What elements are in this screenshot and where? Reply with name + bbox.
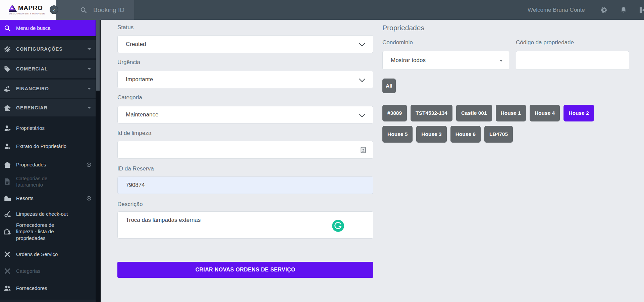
urgency-value: Importante (126, 76, 153, 83)
notifications-bell-icon[interactable] (620, 6, 627, 14)
property-chip[interactable]: #3889 (382, 105, 407, 121)
sidebar-item-proprietarios[interactable]: Proprietários (0, 119, 96, 137)
property-chip-row: #3889 TST4532-134 Castle 001 House 1 Hou… (382, 105, 594, 121)
house-icon (4, 161, 11, 168)
app-window: MAPRO DEMO PROPERTY MANAGER ‹ Welcome Br… (0, 0, 644, 302)
chevron-down-icon (88, 68, 91, 70)
expand-plus-icon[interactable] (86, 162, 92, 167)
category-label: Categoria (117, 94, 142, 101)
dropdown-arrow-icon (499, 60, 503, 62)
category-select[interactable]: Maintenance (117, 106, 373, 123)
tools-icon (4, 251, 11, 258)
chevron-down-icon (88, 88, 91, 90)
sidebar-scrollbar-track[interactable] (96, 20, 101, 302)
sidebar-scrollbar-thumb[interactable] (96, 20, 100, 91)
tag-icon (4, 65, 11, 73)
cleaning-id-label: Id de limpeza (117, 130, 151, 137)
contact-autofill-icon[interactable] (360, 146, 367, 154)
property-chip[interactable]: Castle 001 (456, 105, 492, 121)
sidebar-item-extrato-do-proprietario[interactable]: Extrato do Proprietário (0, 137, 96, 155)
chevron-down-icon (359, 111, 365, 117)
logout-icon[interactable] (638, 6, 644, 14)
description-label: Descrição (117, 201, 143, 208)
sidebar-section-configuracoes[interactable]: CONFIGURAÇÕES (0, 39, 96, 58)
sidebar-item-fornecedores-de-limpeza[interactable]: Fornecedores de limpeza - lista de propr… (0, 222, 96, 241)
property-code-input[interactable] (516, 51, 629, 69)
logo[interactable]: MAPRO DEMO PROPERTY MANAGER (0, 0, 56, 20)
user-edit-icon (4, 124, 11, 132)
house-broom-icon (4, 228, 11, 235)
chip-all[interactable]: All (382, 79, 396, 93)
properties-panel-title: Propriedades (382, 24, 424, 32)
sidebar-item-resorts[interactable]: Resorts (0, 190, 96, 207)
chevron-down-icon (88, 107, 91, 109)
cleaning-id-input[interactable] (118, 141, 373, 158)
sidebar-collapse-button[interactable]: ‹ (50, 5, 58, 14)
chevron-down-icon (359, 76, 365, 82)
sidebar-section-financeiro[interactable]: FINANCEIRO (0, 79, 96, 98)
expand-plus-icon[interactable] (86, 196, 92, 201)
booking-search (56, 0, 134, 20)
vacuum-icon (4, 210, 11, 218)
sidebar-item-menu-de-busca[interactable]: Menu de busca (0, 20, 96, 36)
resort-icon (4, 195, 11, 202)
condo-value: Mostrar todos (391, 57, 426, 64)
status-value: Created (126, 41, 146, 48)
status-select[interactable]: Created (117, 35, 373, 53)
property-chip[interactable]: House 5 (382, 126, 413, 143)
welcome-user-label[interactable]: Welcome Bruna Conte (528, 7, 585, 13)
chevron-down-icon (88, 48, 91, 50)
logo-mountain-icon (9, 5, 17, 12)
house-gear-icon (4, 104, 11, 112)
sidebar-item-propriedades[interactable]: Propriedades (0, 155, 96, 174)
users-icon (4, 285, 11, 292)
condo-label: Condominio (382, 39, 413, 46)
settings-gear-icon[interactable] (600, 6, 607, 14)
category-value: Maintenance (126, 111, 158, 118)
property-chip[interactable]: House 1 (496, 105, 526, 121)
property-chip[interactable]: House 6 (450, 126, 481, 143)
sidebar: Menu de busca CONFIGURAÇÕES COMERCIAL FI… (0, 20, 96, 302)
grammarly-icon[interactable] (332, 220, 344, 232)
search-icon (4, 24, 11, 32)
reservation-id-input[interactable]: 790874 (117, 177, 373, 194)
sidebar-item-limpezas-de-check-out[interactable]: Limpezas de check-out (0, 206, 96, 222)
collapse-chevron-icon: ‹ (53, 7, 55, 13)
hand-money-icon (4, 85, 11, 93)
property-chip-selected[interactable]: House 2 (564, 105, 594, 121)
booking-id-search-input[interactable] (93, 5, 132, 15)
sidebar-section-comercial[interactable]: COMERCIAL (0, 59, 96, 78)
gear-icon (4, 46, 11, 53)
sidebar-item-ordens-de-servico[interactable]: Ordens de Serviço (0, 245, 96, 263)
search-icon (80, 6, 87, 14)
tools-icon (4, 267, 11, 275)
property-chip[interactable]: House 4 (530, 105, 560, 121)
property-code-label: Código da propriedade (516, 39, 574, 46)
sidebar-item-categorias: Categorias (0, 263, 96, 280)
status-label: Status (117, 24, 133, 31)
urgency-select[interactable]: Importante (117, 71, 373, 88)
user-star-icon (4, 143, 11, 150)
logo-subtitle: DEMO PROPERTY MANAGER (9, 12, 45, 15)
sidebar-divider (0, 300, 96, 302)
logo-title: MAPRO (18, 4, 43, 12)
reservation-id-value: 790874 (126, 182, 145, 189)
top-bar: MAPRO DEMO PROPERTY MANAGER ‹ Welcome Br… (0, 0, 644, 20)
condo-select[interactable]: Mostrar todos (382, 51, 510, 70)
property-chip[interactable]: House 3 (416, 126, 446, 143)
file-icon (4, 178, 11, 185)
create-service-orders-button[interactable]: CRIAR NOVAS ORDENS DE SERVIÇO (117, 262, 373, 278)
sidebar-item-fornecedores[interactable]: Fornecedores (0, 280, 96, 297)
sidebar-section-gerenciar[interactable]: GERENCIAR (0, 99, 96, 117)
urgency-label: Urgência (117, 59, 140, 66)
chevron-down-icon (359, 40, 365, 46)
cleaning-id-field (117, 141, 373, 159)
property-chip[interactable]: LB4705 (484, 126, 513, 143)
main-content: Status Created Urgência Importante Categ… (101, 20, 644, 302)
property-chip-row: House 5 House 3 House 6 LB4705 (382, 126, 513, 143)
sidebar-item-categorias-de-faturamento: Categorias de faturamento (0, 174, 96, 189)
property-chip[interactable]: TST4532-134 (411, 105, 452, 121)
property-code-field (516, 51, 629, 70)
reservation-id-label: ID da Reserva (117, 165, 154, 172)
